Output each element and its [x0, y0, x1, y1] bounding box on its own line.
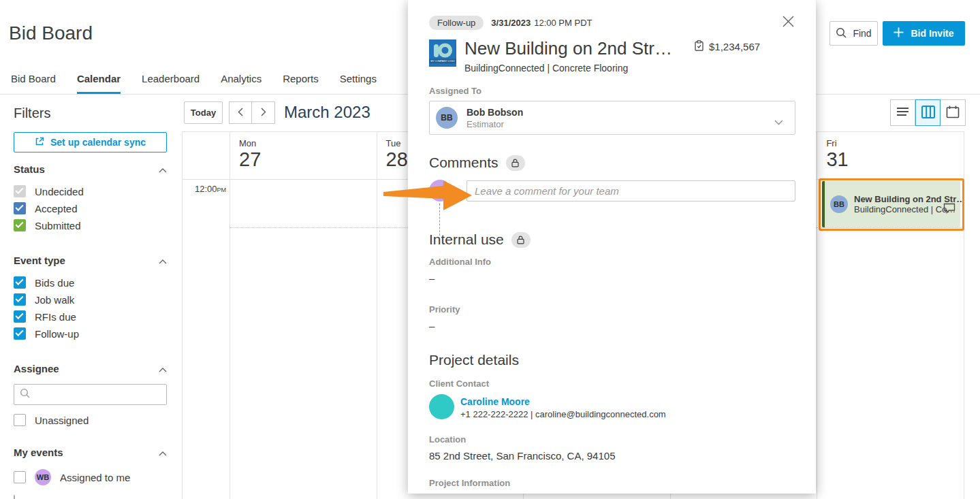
bid-invite-label: Bid Invite — [911, 28, 953, 39]
clipboard-icon — [695, 40, 704, 53]
checkbox-undecided[interactable] — [14, 185, 26, 197]
filter-status-undecided[interactable]: Undecided — [14, 184, 84, 198]
day-column-mon[interactable]: Mon 27 — [230, 132, 377, 499]
close-icon — [783, 19, 794, 29]
event-time: 12:00 PM PDT — [534, 18, 592, 28]
tab-reports[interactable]: Reports — [283, 71, 319, 94]
svg-text:MY COMPANY LOGO: MY COMPANY LOGO — [430, 60, 455, 63]
chevron-up-icon[interactable] — [159, 255, 167, 266]
assignee-section-header[interactable]: Assignee — [14, 363, 167, 374]
plus-icon — [894, 27, 904, 39]
filter-status-submitted[interactable]: Submitted — [14, 219, 81, 232]
tab-bid-board[interactable]: Bid Board — [11, 71, 56, 94]
lock-icon — [506, 155, 525, 171]
assignee-dropdown[interactable]: BB Bob Bobson Estimator — [429, 101, 795, 135]
today-button[interactable]: Today — [184, 101, 223, 124]
my-events-section-header[interactable]: My events — [14, 447, 167, 458]
day-header: Mon 27 — [230, 132, 377, 171]
time-label: 12:00PM — [195, 184, 226, 194]
list-view-icon — [896, 107, 909, 118]
next-week-button[interactable] — [252, 101, 275, 124]
contact-info: +1 222-222-2222 | caroline@buildingconne… — [460, 409, 666, 419]
filter-follow-up[interactable]: Follow-up — [14, 327, 79, 340]
assignee-section-label: Assignee — [14, 363, 59, 374]
project-title: New Building on 2nd Str… — [464, 38, 672, 59]
avatar-bb: BB — [436, 107, 458, 129]
chevron-up-icon[interactable] — [159, 163, 167, 175]
week-column-view-button[interactable] — [915, 99, 941, 126]
lock-icon — [511, 232, 531, 248]
filter-assigned-to-me[interactable]: WB Assigned to me — [14, 470, 130, 484]
bid-invite-button[interactable]: Bid Invite — [883, 21, 965, 46]
checkbox-partial-row[interactable] — [14, 495, 15, 499]
checkbox-follow-up[interactable] — [14, 327, 26, 340]
close-button[interactable] — [781, 16, 795, 29]
event-type-section-header[interactable]: Event type — [14, 255, 167, 266]
assigned-to-label: Assigned To — [429, 86, 481, 96]
assignee-search-input[interactable] — [34, 385, 166, 404]
estimate-amount: $1,234,567 — [695, 40, 760, 53]
calendar-sync-button[interactable]: Set up calendar sync — [14, 132, 167, 152]
priority-value: – — [429, 320, 434, 332]
my-events-section-label: My events — [14, 447, 63, 458]
search-icon — [20, 388, 30, 401]
contact-name-link[interactable]: Caroline Moore — [460, 396, 530, 407]
assignee-role: Estimator — [467, 119, 523, 129]
calendar-nav — [229, 101, 275, 124]
chevron-up-icon[interactable] — [159, 363, 167, 374]
filter-status-accepted[interactable]: Accepted — [14, 202, 78, 215]
event-type-section-label: Event type — [14, 255, 65, 266]
list-view-button[interactable] — [890, 99, 915, 126]
status-section-label: Status — [14, 163, 45, 175]
orange-arrow-annotation — [383, 180, 473, 214]
filter-bids-due[interactable]: Bids due — [14, 276, 74, 289]
status-section-header[interactable]: Status — [14, 163, 167, 175]
day-header: Fri 31 — [817, 132, 964, 171]
project-subtitle: BuildingConnected | Concrete Flooring — [464, 63, 628, 74]
prev-week-button[interactable] — [229, 101, 252, 124]
column-view-icon — [921, 106, 935, 120]
filter-rfis-due[interactable]: RFIs due — [14, 310, 76, 323]
estimate-amount-value: $1,234,567 — [709, 41, 760, 52]
month-title: March 2023 — [284, 103, 370, 122]
find-button[interactable]: Find — [829, 21, 878, 46]
find-button-label: Find — [853, 28, 871, 39]
view-toggle-group — [890, 99, 966, 126]
filter-label: Bids due — [35, 277, 74, 289]
filters-title: Filters — [14, 106, 50, 121]
month-view-icon — [946, 106, 960, 120]
checkbox-submitted[interactable] — [14, 219, 26, 231]
today-button-label: Today — [191, 108, 216, 118]
tab-analytics[interactable]: Analytics — [221, 71, 262, 94]
chevron-up-icon[interactable] — [159, 447, 167, 458]
filter-label: Unassigned — [35, 415, 89, 426]
event-date: 3/31/2023 — [491, 18, 531, 28]
checkbox-job-walk[interactable] — [14, 293, 26, 306]
comment-input[interactable] — [467, 180, 795, 202]
search-icon — [836, 27, 847, 40]
comments-heading: Comments — [429, 155, 525, 171]
checkbox-assigned-to-me[interactable] — [14, 471, 26, 483]
tab-settings[interactable]: Settings — [340, 71, 377, 94]
location-value: 85 2nd Street, San Francisco, CA, 94105 — [429, 450, 616, 462]
time-gutter: 12:00PM — [183, 132, 230, 499]
tab-calendar[interactable]: Calendar — [77, 71, 121, 94]
month-view-button[interactable] — [941, 99, 966, 126]
tab-leaderboard[interactable]: Leaderboard — [142, 71, 200, 94]
assignee-search[interactable] — [14, 384, 167, 405]
page-title: Bid Board — [9, 22, 93, 44]
filter-unassigned[interactable]: Unassigned — [14, 413, 89, 427]
checkbox-unassigned[interactable] — [14, 414, 26, 426]
checkbox-rfis-due[interactable] — [14, 310, 26, 323]
priority-label: Priority — [429, 304, 460, 315]
modal-header-row: Follow-up 3/31/2023 12:00 PM PDT — [429, 16, 592, 30]
filter-label: Job walk — [35, 294, 74, 306]
checkbox-accepted[interactable] — [14, 202, 26, 214]
filter-label: Undecided — [35, 186, 84, 197]
filter-job-walk[interactable]: Job walk — [14, 293, 74, 306]
bid-board-app: Bid Board Find Bid Invite Bid Board Cale… — [0, 0, 980, 499]
event-detail-modal: Follow-up 3/31/2023 12:00 PM PDT MY COMP… — [408, 0, 816, 494]
filter-label: Accepted — [35, 203, 78, 214]
assignee-name: Bob Bobson — [467, 106, 523, 118]
checkbox-bids-due[interactable] — [14, 276, 26, 289]
